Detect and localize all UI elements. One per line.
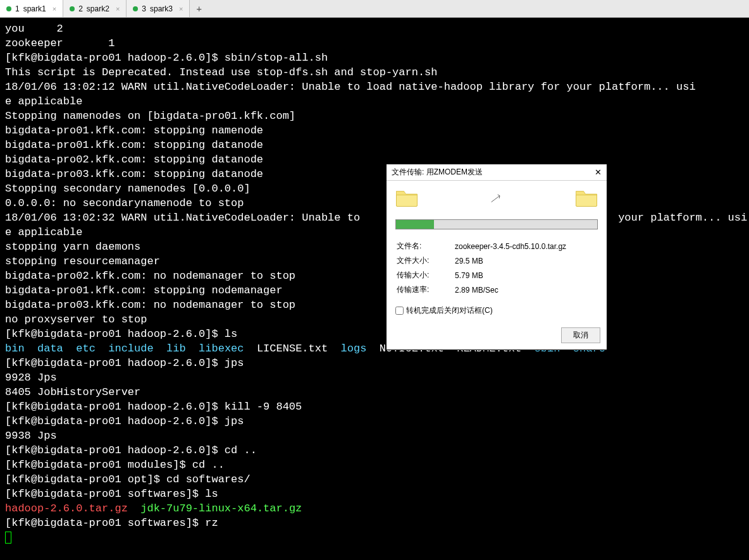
close-icon[interactable]: ×: [179, 5, 183, 13]
close-on-complete-checkbox[interactable]: [395, 307, 404, 315]
filesize-value: 29.5 MB: [455, 254, 597, 267]
rate-label: 传输速率:: [397, 283, 454, 296]
tab-index: 2: [78, 4, 83, 13]
folder-source-icon: [395, 188, 418, 209]
terminal-line: 9928 Jps: [5, 372, 57, 384]
terminal-line: you 2: [5, 23, 63, 35]
cancel-button[interactable]: 取消: [561, 327, 600, 343]
tab-spark3[interactable]: 3 spark3 ×: [127, 0, 190, 17]
file-hadoop-archive: hadoop-2.6.0.tar.gz: [5, 502, 128, 514]
terminal-line: Stopping namenodes on [bigdata-pro01.kfk…: [5, 110, 295, 122]
terminal-line: stopping yarn daemons: [5, 241, 140, 253]
terminal-line: [kfk@bigdata-pro01 softwares]$ ls: [5, 488, 218, 500]
close-on-complete-label: 转机完成后关闭对话框(C): [406, 305, 493, 316]
terminal-line: [kfk@bigdata-pro01 hadoop-2.6.0]$ jps: [5, 357, 244, 369]
terminal-line: Stopping secondary namenodes [0.0.0.0]: [5, 183, 251, 195]
terminal-line: bigdata-pro01.kfk.com: stopping namenode: [5, 125, 263, 137]
cursor: [5, 532, 11, 544]
filesize-label: 文件大小:: [397, 254, 454, 267]
terminal-line: stopping resourcemanager: [5, 255, 160, 267]
close-icon[interactable]: ×: [53, 5, 56, 13]
close-on-complete-row[interactable]: 转机完成后关闭对话框(C): [395, 305, 598, 316]
dialog-title-text: 文件传输: 用ZMODEM发送: [392, 167, 483, 178]
terminal-line: bigdata-pro03.kfk.com: stopping datanode: [5, 168, 263, 180]
close-icon[interactable]: ×: [116, 5, 120, 13]
file-license: LICENSE.txt: [257, 343, 328, 355]
transfersize-value: 5.79 MB: [455, 269, 597, 282]
terminal-line: bigdata-pro02.kfk.com: no nodemanager to…: [5, 270, 295, 282]
terminal-line: 18/01/06 13:02:12 WARN util.NativeCodeLo…: [5, 81, 696, 93]
tab-index: 3: [142, 4, 146, 13]
filename-value: zookeeper-3.4.5-cdh5.10.0.tar.gz: [455, 240, 597, 253]
terminal-line: [kfk@bigdata-pro01 hadoop-2.6.0]$ sbin/s…: [5, 52, 328, 64]
status-dot-icon: [133, 6, 138, 11]
terminal-line: bigdata-pro01.kfk.com: stopping datanode: [5, 139, 263, 151]
tab-spark2[interactable]: 2 spark2 ×: [63, 0, 127, 17]
terminal-line: zookeeper 1: [5, 37, 115, 49]
folder-dest-icon: [575, 188, 598, 209]
tab-spark1[interactable]: 1 spark1 ×: [0, 0, 63, 17]
tab-bar: 1 spark1 × 2 spark2 × 3 spark3 × +: [0, 0, 749, 18]
terminal-line: 9938 Jps: [5, 430, 57, 442]
terminal-line: bigdata-pro03.kfk.com: no nodemanager to…: [5, 299, 295, 311]
terminal-line: [kfk@bigdata-pro01 hadoop-2.6.0]$ cd ..: [5, 444, 257, 456]
terminal-line: bigdata-pro02.kfk.com: stopping datanode: [5, 154, 263, 166]
status-dot-icon: [6, 6, 11, 11]
progress-fill: [396, 220, 434, 229]
filename-label: 文件名:: [397, 240, 454, 253]
dir-etc: etc: [76, 343, 96, 355]
dialog-titlebar[interactable]: 文件传输: 用ZMODEM发送 ✕: [387, 164, 607, 181]
terminal[interactable]: you 2 zookeeper 1 [kfk@bigdata-pro01 had…: [0, 18, 749, 560]
terminal-line: This script is Deprecated. Instead use s…: [5, 66, 438, 78]
tab-label: spark2: [87, 4, 109, 13]
terminal-line: [kfk@bigdata-pro01 softwares]$ rz: [5, 517, 218, 529]
terminal-line: [kfk@bigdata-pro01 opt]$ cd softwares/: [5, 473, 251, 485]
terminal-line: [kfk@bigdata-pro01 hadoop-2.6.0]$ kill -…: [5, 401, 302, 413]
file-transfer-dialog: 文件传输: 用ZMODEM发送 ✕ 文件名: zookeeper-3.4.5-c…: [386, 164, 607, 350]
terminal-line: bigdata-pro01.kfk.com: stopping nodemana…: [5, 284, 283, 296]
file-jdk-archive: jdk-7u79-linux-x64.tar.gz: [140, 502, 302, 514]
terminal-line: [kfk@bigdata-pro01 hadoop-2.6.0]$ jps: [5, 415, 244, 427]
transfersize-label: 传输大小:: [397, 269, 454, 282]
new-tab-button[interactable]: +: [190, 0, 207, 17]
progress-bar: [395, 219, 598, 229]
terminal-line: [kfk@bigdata-pro01 hadoop-2.6.0]$ ls: [5, 328, 237, 340]
dir-libexec: libexec: [199, 343, 244, 355]
arrow-right-icon: [490, 192, 504, 206]
dir-bin: bin: [5, 343, 25, 355]
terminal-line: no proxyserver to stop: [5, 313, 147, 326]
dir-include: include: [108, 343, 153, 355]
dir-lib: lib: [166, 343, 186, 355]
tab-label: spark1: [23, 4, 46, 13]
tab-index: 1: [15, 4, 20, 13]
dir-logs: logs: [341, 343, 367, 355]
terminal-line: 0.0.0.0: no secondarynamenode to stop: [5, 197, 244, 209]
status-dot-icon: [70, 6, 75, 11]
close-icon[interactable]: ✕: [595, 167, 602, 177]
terminal-line: [kfk@bigdata-pro01 modules]$ cd ..: [5, 459, 225, 471]
terminal-line: your platform... usi: [618, 212, 747, 224]
transfer-info-table: 文件名: zookeeper-3.4.5-cdh5.10.0.tar.gz 文件…: [395, 238, 598, 298]
tab-label: spark3: [150, 4, 173, 13]
dir-data: data: [37, 343, 63, 355]
rate-value: 2.89 MB/Sec: [455, 283, 597, 296]
terminal-line: e applicable: [5, 226, 82, 238]
terminal-line: e applicable: [5, 95, 82, 107]
terminal-line: 8405 JobHistoryServer: [5, 386, 140, 398]
terminal-line: 18/01/06 13:02:32 WARN util.NativeCodeLo…: [5, 212, 360, 224]
